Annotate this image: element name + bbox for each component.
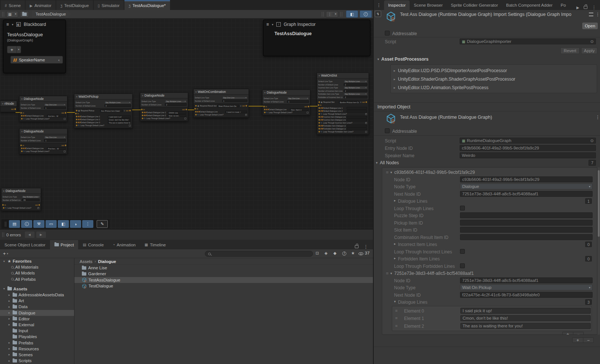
property-field[interactable]: f22a475e-4c2f-41c6-9b73-6a83498abfe0 (460, 292, 593, 298)
field-value[interactable]: Ohhhh yea, (168, 111, 186, 114)
property-foldout[interactable]: ▸Dialogue Lines (394, 199, 427, 204)
node-field-row[interactable]: ↻Loop Through Default Lines?✓ (194, 113, 249, 116)
project-add-button[interactable]: + (3, 251, 6, 256)
object-addressable-checkbox[interactable] (385, 128, 390, 133)
collapse-icon[interactable]: ▾ (272, 23, 273, 26)
array-count[interactable]: 0 (585, 256, 592, 262)
object-field[interactable]: Ass (Pickup Item Data) (100, 109, 123, 112)
apply-button[interactable]: Apply (581, 47, 597, 54)
foldout-arrow-icon[interactable]: ▸ (7, 317, 11, 320)
add-dropdown-icon[interactable]: ▾ (7, 252, 9, 255)
out-port[interactable]: out (61, 112, 66, 114)
window-button[interactable]: ▭ (46, 220, 57, 228)
foldout-arrow-icon[interactable]: ▸ (7, 353, 11, 356)
node-collapse-icon[interactable]: ≡ (319, 74, 320, 77)
property-field[interactable] (460, 220, 593, 226)
property-dropdown[interactable]: Dialogue▾ (460, 183, 593, 189)
config-value[interactable]: 2 (344, 96, 367, 98)
project-search-input[interactable] (205, 251, 313, 257)
graph-inspector-panel[interactable]: ≡ ▾ i Graph Inspector TestAssDialogue (263, 20, 370, 56)
add-element-button[interactable]: + (563, 332, 573, 335)
out-port[interactable]: out (242, 105, 247, 107)
node-collapse-icon[interactable]: ≡ (76, 95, 77, 98)
node-group-header[interactable]: =▾c93b5606-401f-49a2-99b5-9ecbf1fa9c29 (382, 169, 597, 176)
field-value[interactable]: Cmon, don't be like this! (108, 118, 131, 121)
remove-element-button[interactable]: − (573, 332, 583, 335)
collapse-icon[interactable]: ▾ (12, 23, 13, 26)
config-dropdown[interactable]: Say Multiple Lines▾ (344, 93, 367, 95)
element-row[interactable]: =Element 1Cmon, don't be like this! (392, 315, 591, 323)
editor-tab-testassdialogue[interactable]: ʒTestAssDialogue* (124, 0, 170, 10)
field-checkbox[interactable] (64, 151, 66, 152)
foldout-arrow-icon[interactable]: ▸ (7, 305, 11, 309)
panel-tab-console[interactable]: ▤Console (78, 240, 108, 249)
config-dropdown[interactable]: Say Multiple Lines▾ (22, 196, 40, 198)
field-checkbox[interactable] (129, 125, 131, 127)
node-title-bar[interactable]: ≡WaitOnCombination (194, 89, 249, 95)
breadcrumb[interactable]: TestAssDialogue (32, 11, 71, 18)
config-value[interactable]: 2 (344, 90, 367, 92)
graph-node-waitoncombination[interactable]: ≡WaitOnCombinationDefault Line TypeSay O… (193, 89, 249, 118)
config-value[interactable]: 3 (104, 104, 131, 107)
property-dropdown[interactable]: Wait On Pickup▾ (460, 284, 593, 290)
graph-node-waitonslot[interactable]: ≡WaitOnSlotDefault Line TypeSay Multiple… (317, 73, 369, 135)
in-port[interactable]: in (20, 144, 24, 146)
field-checkbox[interactable]: ✓ (365, 113, 367, 115)
graph-node-dialoguenode[interactable]: ≡DialogueNodeDefault Line TypeSay Multip… (140, 92, 188, 121)
tree-folder-data[interactable]: ▸Data (0, 304, 74, 310)
node-field-row[interactable]: Default Dialogue Line 2 (317, 109, 369, 112)
out-port[interactable]: out (362, 101, 367, 103)
property-field[interactable]: c93b5606-401f-49a2-99b5-9ecbf1fa9c29 (460, 176, 593, 182)
kebab-icon[interactable]: ⋮ (592, 5, 596, 10)
node-field-row[interactable]: ↻Loop Through Default Lines? (20, 117, 67, 120)
field-value[interactable] (347, 128, 367, 130)
field-value[interactable]: I said pick it up! (108, 115, 131, 118)
prev-error-button[interactable]: ◀ (25, 232, 34, 238)
tree-folder-playables[interactable]: Playables (0, 334, 74, 340)
node-title-bar[interactable]: ≡DialogueNode (20, 96, 67, 102)
config-value[interactable]: 2 (344, 83, 367, 86)
foldout-arrow-icon[interactable]: ▾ (390, 171, 392, 174)
property-checkbox[interactable] (460, 263, 465, 268)
all-nodes-count[interactable]: 7 (589, 160, 596, 166)
node-field-row[interactable]: Default Dialogue LineAss boy... W (20, 114, 67, 117)
node-field-row[interactable]: Default Dialogue Line 3The ass is waitin… (74, 121, 132, 124)
reorder-handle-icon[interactable]: = (395, 324, 397, 328)
graph-node-dialoguenode[interactable]: ≡DialogueNodeDefault Line TypeSay One Li… (19, 96, 67, 122)
out-port[interactable]: out (126, 109, 131, 112)
show-in-project-button[interactable] (20, 11, 29, 17)
favorites-star-icon[interactable]: ★ (351, 251, 355, 256)
editor-tab-testdialogue[interactable]: ʒTestDialogue (56, 0, 93, 10)
config-value[interactable]: 2 (165, 103, 187, 106)
node-field-row[interactable]: Forbidden Item Dialogue Line 2 (317, 127, 369, 130)
search-by-type-icon[interactable]: ⊡ (316, 251, 319, 256)
field-value[interactable] (347, 116, 367, 118)
tree-folder-art[interactable]: ▸Art (0, 298, 74, 304)
label-icon[interactable]: ◆ (333, 251, 336, 256)
out-port[interactable]: out (11, 108, 16, 110)
field-checkbox[interactable]: ✓ (365, 122, 367, 124)
breadcrumb-root[interactable]: Assets (80, 259, 93, 264)
postprocessor-item[interactable]: ▸UnityEditor.U2D.PSD.PSDImporterAssetPos… (391, 66, 597, 75)
node-field-row[interactable]: ↻Loop Through Default Lines? (20, 150, 67, 153)
panel-tab-scene-object-locator[interactable]: Scene Object Locator (0, 240, 50, 249)
pen-button[interactable]: ✎ (97, 220, 108, 228)
tree-folder-dialogue[interactable]: ▸Dialogue (0, 310, 74, 316)
tree-folder-addressableassetsdata[interactable]: ▸AddressableAssetsData (0, 292, 74, 298)
panel-tab-animation[interactable]: ◔Animation (108, 240, 140, 249)
tree-favorites[interactable]: ▾★Favorites (0, 258, 74, 264)
field-checkbox[interactable] (307, 112, 309, 114)
element-field[interactable]: Cmon, don't be like this! (460, 315, 591, 321)
toolbar-drag-handle-right[interactable] (322, 12, 324, 17)
next-error-button[interactable]: ▶ (36, 232, 46, 238)
node-collapse-icon[interactable]: ≡ (21, 98, 23, 100)
node-field-row[interactable]: Forbidden Item Dialogue Line 1 (317, 124, 369, 127)
field-value[interactable]: The ass is waiting there for.. (108, 121, 131, 124)
speaker-name-field[interactable]: Weirdo (460, 152, 596, 158)
kebab-icon[interactable]: ⋮ (364, 244, 368, 249)
postprocessor-item[interactable]: ▸UnityEditor.ShaderGraph.ShaderGraphAsse… (391, 75, 597, 83)
node-field-row[interactable]: ↻Loop Through Incorrect Item Lines?✓ (317, 121, 369, 124)
graph-options-button[interactable]: ⋮ ▾ (326, 11, 338, 17)
config-value[interactable]: -55 (22, 199, 40, 201)
node-object-row[interactable]: ▣Required Result ItemMeat (Pickup Item D… (194, 104, 249, 107)
